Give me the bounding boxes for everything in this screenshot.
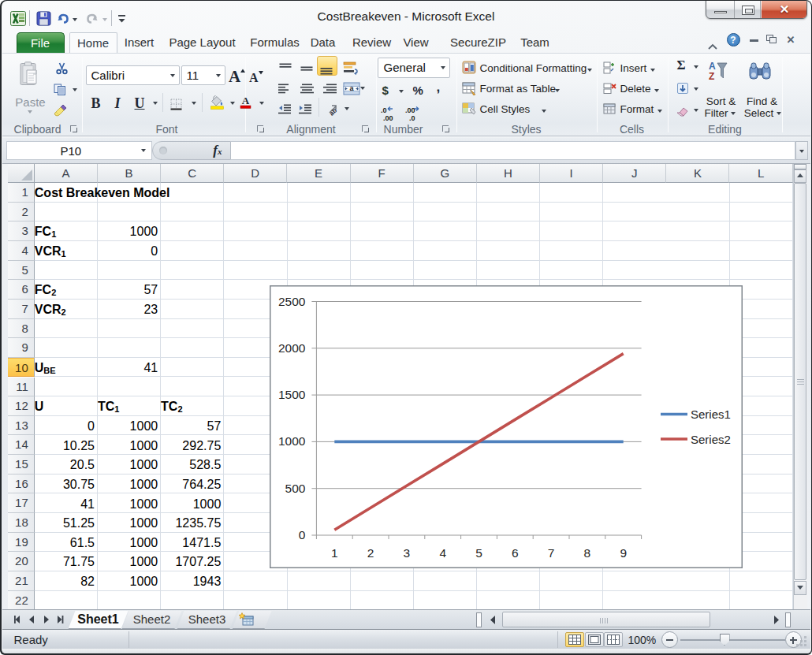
- svg-text:1500: 1500: [278, 388, 306, 401]
- svg-text:6: 6: [512, 546, 519, 560]
- svg-text:ab: ab: [328, 107, 338, 116]
- svg-text:.0: .0: [381, 106, 387, 114]
- svg-text:1000: 1000: [278, 434, 306, 448]
- svg-text:500: 500: [285, 482, 306, 495]
- svg-text:Series2: Series2: [691, 433, 731, 446]
- svg-text:.00: .00: [405, 106, 415, 114]
- svg-text:7: 7: [548, 546, 555, 560]
- svg-text:2: 2: [367, 546, 374, 560]
- svg-text:8: 8: [584, 546, 591, 560]
- svg-text:.00: .00: [383, 114, 393, 121]
- svg-text:.0: .0: [409, 114, 415, 121]
- svg-text:0: 0: [299, 528, 306, 541]
- svg-text:Z: Z: [709, 71, 714, 82]
- svg-text:A: A: [249, 71, 259, 84]
- svg-text:4: 4: [440, 546, 447, 560]
- svg-text:5: 5: [476, 546, 483, 560]
- svg-text:9: 9: [620, 546, 628, 560]
- svg-text:3: 3: [404, 546, 411, 560]
- svg-text:A: A: [229, 67, 241, 84]
- svg-text:A: A: [709, 61, 716, 72]
- svg-text:2000: 2000: [278, 341, 306, 355]
- svg-text:A: A: [241, 95, 249, 106]
- svg-text:Series1: Series1: [691, 408, 731, 421]
- svg-text:1: 1: [331, 546, 338, 560]
- svg-text:2500: 2500: [278, 295, 306, 308]
